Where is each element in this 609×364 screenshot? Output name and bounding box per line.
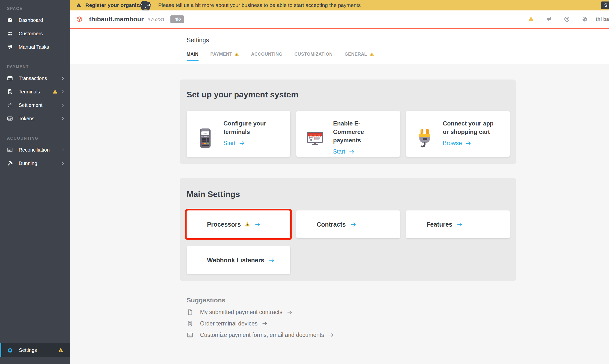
shop-monitor-illustration: [307, 119, 323, 157]
id-card-icon: [7, 116, 13, 121]
credit-card-icon: [7, 75, 13, 81]
card-contracts[interactable]: Contracts: [296, 210, 400, 238]
link-label: Start: [333, 148, 345, 155]
user-label[interactable]: thi ba: [596, 16, 609, 22]
tab-customization[interactable]: CUSTOMIZATION: [294, 52, 333, 61]
start-link[interactable]: Start: [223, 140, 281, 147]
setup-payment-panel: Set up your payment system Configure you…: [180, 80, 516, 164]
tab-payment[interactable]: PAYMENT: [210, 52, 239, 61]
arrow-right-icon: [262, 321, 268, 327]
section-title: Set up your payment system: [187, 90, 516, 99]
warning-icon: [369, 52, 374, 57]
chevron-right-icon: [61, 161, 65, 165]
arrow-right-icon: [349, 149, 355, 155]
warning-icon: [245, 222, 250, 227]
header-icons: [528, 16, 588, 22]
pos-terminal-illustration: [197, 119, 213, 157]
sidebar-item-manual-tasks[interactable]: Manual Tasks: [0, 40, 70, 54]
warning-icon: [76, 3, 81, 8]
sidebar-item-settlement[interactable]: Settlement: [0, 98, 70, 112]
sidebar-item-label: Transactions: [19, 76, 47, 81]
suggestions-title: Suggestions: [187, 296, 609, 304]
card-title: Enable E-Commerce payments: [333, 119, 390, 145]
megaphone-icon[interactable]: [546, 16, 552, 22]
card-title: Configure your terminals: [223, 119, 281, 136]
card-label: Contracts: [317, 221, 346, 228]
sidebar-item-label: Tokens: [19, 116, 34, 121]
banner-message: Please tell us a bit more about your bus…: [158, 2, 361, 8]
chevron-right-icon: [61, 117, 65, 121]
warning-icon[interactable]: [528, 16, 534, 22]
chevron-right-icon: [61, 90, 65, 94]
arrow-right-icon: [465, 140, 472, 147]
section-title: Main Settings: [187, 190, 516, 199]
sidebar-item-settings[interactable]: Settings: [0, 343, 70, 357]
arrow-right-icon: [239, 140, 245, 147]
sidebar-item-tokens[interactable]: Tokens: [0, 112, 70, 125]
warning-icon: [52, 89, 58, 94]
sidebar-item-label: Customers: [19, 31, 43, 37]
sidebar-item-label: Manual Tasks: [19, 44, 49, 50]
sidebar-item-customers[interactable]: Customers: [0, 27, 70, 40]
account-name: thibault.mambour: [89, 15, 144, 23]
info-badge[interactable]: Info: [170, 15, 184, 23]
banner-start-button[interactable]: S: [601, 1, 609, 9]
list-icon: [7, 147, 13, 153]
lifebuoy-icon[interactable]: [564, 16, 570, 22]
terminal-icon: [187, 320, 193, 327]
card-connect-app[interactable]: Connect your app or shopping cart Browse: [406, 111, 510, 157]
main-settings-panel: Main Settings Processors Contracts Featu…: [180, 178, 516, 281]
sidebar-item-terminals[interactable]: Terminals: [0, 85, 70, 98]
browse-link[interactable]: Browse: [443, 140, 500, 147]
tab-general[interactable]: GENERAL: [345, 52, 374, 61]
chevron-right-icon: [61, 103, 65, 107]
chevron-right-icon: [61, 76, 65, 81]
cube-logo-icon: [76, 15, 83, 23]
arrow-right-icon: [287, 309, 293, 315]
globe-icon[interactable]: [582, 16, 588, 22]
start-link[interactable]: Start: [333, 148, 390, 155]
card-label: Processors: [207, 221, 241, 228]
card-enable-ecommerce[interactable]: Enable E-Commerce payments Start: [296, 111, 400, 157]
card-features[interactable]: Features: [406, 210, 510, 238]
app-header: thibault.mambour #76231 Info thi ba: [70, 10, 609, 28]
power-plug-illustration: [416, 119, 433, 157]
tab-label: GENERAL: [345, 52, 367, 57]
sidebar-item-label: Dunning: [19, 161, 37, 166]
sidebar-item-label: Reconciliation: [19, 147, 50, 153]
card-processors[interactable]: Processors: [187, 210, 290, 238]
sidebar-item-dashboard[interactable]: Dashboard: [0, 13, 70, 27]
link-label: Start: [223, 140, 236, 147]
settings-tabs: MAIN PAYMENT ACCOUNTING CUSTOMIZATION GE…: [187, 52, 609, 61]
chevron-right-icon: [61, 148, 65, 152]
sidebar-section-space: SPACE: [7, 6, 70, 11]
people-icon: [7, 31, 13, 37]
tab-main[interactable]: MAIN: [187, 52, 199, 61]
page-header: Settings MAIN PAYMENT ACCOUNTING CUSTOMI…: [70, 29, 609, 64]
card-webhook-listeners[interactable]: Webhook Listeners: [187, 246, 290, 274]
sidebar-item-label: Dashboard: [19, 17, 43, 23]
tab-label: ACCOUNTING: [251, 52, 282, 57]
sidebar-item-reconciliation[interactable]: Reconciliation: [0, 143, 70, 157]
gear-icon: [7, 347, 13, 353]
suggestions-section: Suggestions My submitted payment contrac…: [187, 296, 609, 338]
transfer-arrows-icon: [7, 102, 13, 108]
sidebar-item-dunning[interactable]: Dunning: [0, 157, 70, 170]
suggestion-customize-forms[interactable]: Customize payment forms, email and docum…: [187, 332, 609, 338]
card-label: Features: [426, 221, 452, 228]
link-label: Browse: [443, 140, 462, 147]
arrow-right-icon: [350, 221, 357, 228]
sidebar-item-label: Settings: [19, 347, 37, 353]
page-content: Set up your payment system Configure you…: [70, 64, 609, 338]
gauge-icon: [7, 17, 13, 23]
suggestion-order-terminals[interactable]: Order terminal devices: [187, 320, 609, 327]
tab-label: MAIN: [187, 52, 199, 57]
tab-accounting[interactable]: ACCOUNTING: [251, 52, 282, 61]
megaphone-icon: [7, 44, 13, 50]
tab-label: PAYMENT: [210, 52, 232, 57]
main-area: Register your organization Please tell u…: [70, 0, 609, 364]
suggestion-submitted-contracts[interactable]: My submitted payment contracts: [187, 309, 609, 316]
card-configure-terminals[interactable]: Configure your terminals Start: [187, 111, 290, 157]
sidebar-item-transactions[interactable]: Transactions: [0, 72, 70, 85]
sidebar-section-accounting: ACCOUNTING: [7, 136, 70, 141]
